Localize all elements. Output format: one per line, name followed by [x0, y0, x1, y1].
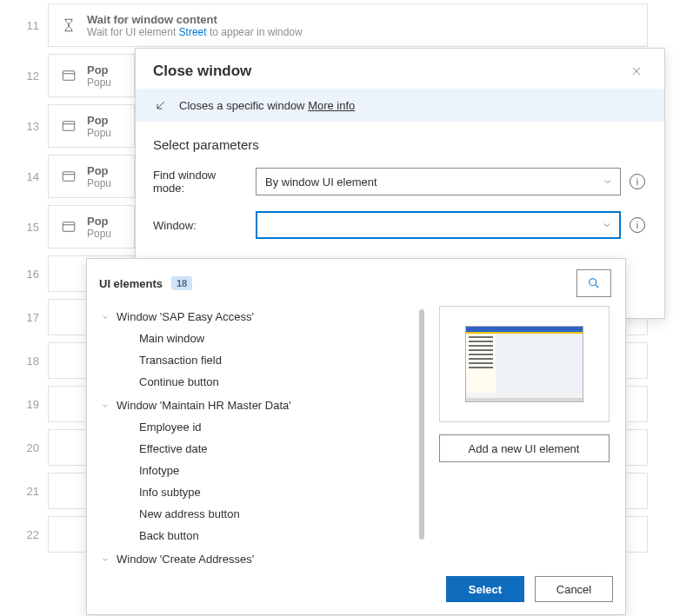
tree-node-label: Transaction field — [117, 354, 222, 367]
step-title: Pop — [87, 215, 122, 228]
step-number: 20 — [0, 441, 48, 454]
help-icon[interactable]: i — [630, 174, 645, 189]
tree-leaf-node[interactable]: New address button — [99, 503, 426, 525]
chevron-down-icon — [99, 400, 111, 412]
step-card[interactable]: Pop Popu — [48, 54, 135, 97]
more-info-link[interactable]: More info — [308, 99, 355, 112]
tree-leaf-node[interactable]: Transaction field — [99, 349, 426, 371]
step-subtitle: Wait for UI element Street to appear in … — [87, 26, 635, 38]
window-label: Window: — [153, 219, 247, 232]
svg-rect-4 — [63, 172, 75, 182]
info-banner: Closes a specific window More info — [136, 89, 664, 122]
picker-count-badge: 18 — [171, 276, 192, 290]
search-button[interactable] — [576, 269, 611, 297]
svg-rect-0 — [63, 71, 75, 81]
dialog-title: Close window — [153, 63, 251, 80]
step-card[interactable]: Pop Popu — [48, 155, 135, 198]
svg-line-10 — [157, 102, 164, 109]
section-heading: Select parameters — [153, 137, 647, 152]
cancel-button[interactable]: Cancel — [535, 576, 613, 602]
tree-node-label: Main window — [117, 332, 204, 345]
ui-element-preview — [439, 306, 610, 422]
find-window-mode-select[interactable]: By window UI element — [256, 168, 621, 195]
tree-node-label: Infotype — [117, 464, 179, 477]
step-title: Pop — [87, 114, 122, 127]
window-select[interactable] — [256, 211, 621, 239]
tree-window-node[interactable]: Window 'SAP Easy Access' — [99, 306, 426, 328]
chevron-down-icon — [602, 220, 612, 230]
step-number: 21 — [0, 485, 48, 498]
ui-element-picker: UI elements 18 Window 'SAP Easy Access' … — [86, 258, 626, 615]
tree-node-label: Window 'Maintain HR Master Data' — [117, 399, 291, 412]
tree-leaf-node[interactable]: Employee id — [99, 416, 426, 438]
tree-leaf-node[interactable]: Info subtype — [99, 481, 426, 503]
picker-label: UI elements — [99, 277, 163, 290]
step-card[interactable]: Pop Popu — [48, 104, 135, 148]
ui-element-tree: Window 'SAP Easy Access' Main window Tra… — [87, 306, 426, 566]
step-subtitle: Popu — [87, 228, 122, 240]
tree-window-node[interactable]: Window 'Maintain HR Master Data' — [99, 394, 426, 416]
window-icon — [61, 219, 77, 235]
find-window-mode-label: Find window mode: — [153, 169, 247, 195]
ui-element-link[interactable]: Street — [179, 26, 207, 38]
select-value: By window UI element — [265, 176, 377, 189]
step-number: 14 — [0, 170, 48, 183]
add-ui-element-button[interactable]: Add a new UI element — [439, 434, 610, 462]
window-icon — [61, 68, 77, 83]
info-text: Closes a specific window — [179, 99, 308, 112]
tree-leaf-node[interactable]: Infotype — [99, 460, 426, 481]
window-icon — [61, 169, 77, 184]
svg-rect-6 — [63, 222, 75, 232]
tree-node-label: Continue button — [117, 375, 219, 388]
step-number: 12 — [0, 70, 48, 83]
tree-window-node[interactable]: Window 'Create Addresses' — [99, 548, 426, 566]
svg-line-12 — [596, 285, 598, 288]
tree-leaf-node[interactable]: Continue button — [99, 371, 426, 393]
hourglass-icon — [61, 17, 77, 33]
step-number: 18 — [0, 354, 48, 368]
tree-leaf-node[interactable]: Main window — [99, 328, 426, 349]
tree-node-label: Back button — [117, 529, 199, 542]
step-title: Wait for window content — [87, 13, 635, 26]
tree-node-label: Window 'SAP Easy Access' — [117, 310, 254, 323]
chevron-down-icon — [603, 176, 613, 187]
step-card[interactable]: Wait for window content Wait for UI elem… — [48, 3, 648, 47]
step-card[interactable]: Pop Popu — [48, 205, 135, 248]
tree-leaf-node[interactable]: Back button — [99, 525, 426, 546]
tree-node-label: Employee id — [117, 421, 202, 434]
chevron-down-icon — [99, 553, 111, 566]
chevron-down-icon — [99, 311, 111, 323]
step-number: 13 — [0, 120, 48, 133]
step-number: 19 — [0, 398, 48, 411]
tree-node-label: Window 'Create Addresses' — [117, 553, 254, 566]
step-title: Pop — [87, 63, 122, 76]
help-icon[interactable]: i — [630, 217, 645, 233]
arrow-down-left-icon — [153, 97, 169, 113]
step-subtitle: Popu — [87, 76, 122, 89]
step-number: 22 — [0, 528, 48, 541]
step-number: 11 — [0, 19, 48, 32]
tree-node-label: Effective date — [117, 442, 208, 455]
tree-leaf-node[interactable]: Effective date — [99, 438, 426, 460]
step-subtitle: Popu — [87, 177, 122, 189]
svg-point-11 — [590, 279, 596, 286]
tree-node-label: Info subtype — [117, 486, 201, 499]
step-title: Pop — [87, 164, 122, 177]
step-number: 15 — [0, 221, 48, 234]
svg-rect-2 — [63, 122, 75, 131]
step-number: 17 — [0, 311, 48, 324]
tree-node-label: New address button — [117, 507, 240, 520]
step-subtitle: Popu — [87, 127, 122, 139]
close-icon[interactable] — [626, 61, 647, 82]
preview-thumbnail — [465, 326, 583, 402]
select-button[interactable]: Select — [446, 576, 524, 602]
scrollbar[interactable] — [419, 309, 424, 540]
step-number: 16 — [0, 268, 48, 281]
flow-row: 11 Wait for window content Wait for UI e… — [0, 3, 673, 47]
window-icon — [61, 118, 77, 134]
